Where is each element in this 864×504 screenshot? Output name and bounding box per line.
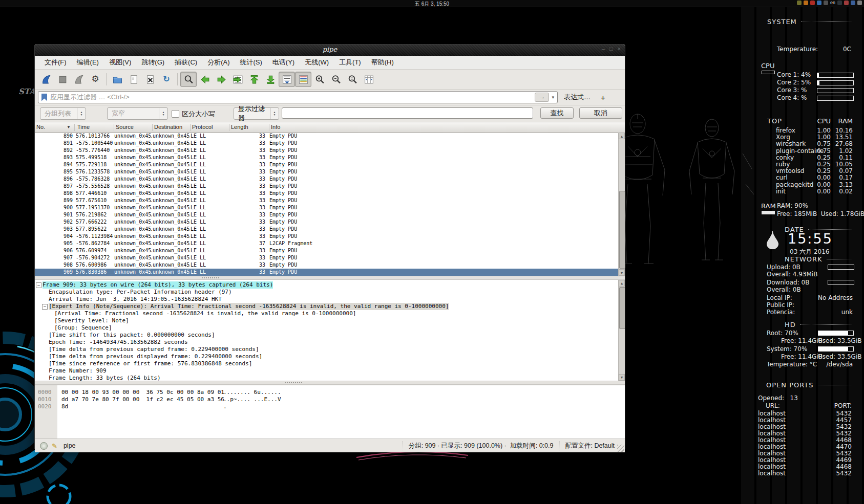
packet-row[interactable]: 895576.1233578unknown_0x45…unknown_0x45…… (35, 168, 618, 176)
filter-bookmark-icon[interactable] (41, 94, 47, 101)
apply-filter-button[interactable]: → (535, 93, 549, 102)
top-bar-clock[interactable]: 五 6月 3, 15:50 (415, 1, 449, 8)
menu-item-7[interactable]: 电话(Y) (268, 56, 299, 69)
save-file-icon[interactable] (125, 72, 142, 87)
expander-icon[interactable]: − (42, 304, 48, 310)
detail-line[interactable]: [Time shift for this packet: 0.000000000… (35, 332, 618, 339)
hex-row[interactable]: 00208d. (35, 403, 625, 410)
detail-line[interactable]: Encapsulation type: Per-Packet Informati… (35, 289, 618, 296)
detail-line[interactable]: [Arrival Time: Fractional second -163562… (35, 310, 618, 317)
error-icon[interactable] (810, 1, 815, 5)
scroll-down-icon[interactable]: ▼ (619, 374, 625, 381)
zoom-100-icon[interactable] (344, 72, 361, 87)
packet-row[interactable]: 891-575.1005440unknown_0x45…unknown_0x45… (35, 140, 618, 147)
packet-bytes-pane[interactable]: 000000 00 18 00 93 00 00 00 36 75 0c 00 … (35, 385, 625, 439)
find-packet-icon[interactable] (180, 72, 197, 87)
session-icon[interactable] (857, 1, 862, 5)
auto-scroll-icon[interactable] (279, 72, 295, 87)
packet-row[interactable]: 902577.666222unknown_0x45…unknown_0x45…L… (35, 218, 618, 226)
updates-icon[interactable] (797, 1, 802, 5)
find-input[interactable] (282, 107, 533, 119)
status-profile[interactable]: 配置文件: Default (565, 442, 615, 450)
stop-capture-icon[interactable] (54, 72, 71, 87)
shield-icon[interactable] (837, 1, 842, 5)
menu-item-8[interactable]: 无线(W) (300, 56, 333, 69)
packet-row[interactable]: 901576.219862unknown_0x45…unknown_0x45…L… (35, 211, 618, 218)
detail-line[interactable]: −Frame 909: 33 bytes on wire (264 bits),… (35, 281, 618, 289)
find-scope-select[interactable]: 分组列表 (40, 107, 86, 120)
detail-line[interactable]: [Group: Sequence] (35, 324, 618, 332)
find-type-select[interactable]: 显示过滤器 (234, 107, 279, 120)
packet-row[interactable]: 897-575.556528unknown_0x45…unknown_0x45…… (35, 183, 618, 190)
expression-button[interactable]: 表达式… (564, 93, 591, 102)
scrollbar-thumb[interactable] (619, 287, 625, 329)
scroll-up-icon[interactable]: ▲ (619, 280, 625, 287)
packet-row[interactable]: 890576.1013766unknown_0x45…unknown_0x45…… (35, 133, 618, 140)
packet-row[interactable]: 903577.895622unknown_0x45…unknown_0x45…L… (35, 226, 618, 233)
message-icon[interactable] (844, 1, 849, 5)
resize-columns-icon[interactable] (361, 72, 377, 87)
scroll-down-icon[interactable]: ▼ (619, 269, 625, 276)
packet-list-scrollbar[interactable]: ▲ ▼ (618, 133, 625, 276)
menu-item-10[interactable]: 帮助(H) (367, 56, 398, 69)
detail-line[interactable]: Arrival Time: Jun 3, 2016 14:19:05.-1635… (35, 296, 618, 303)
column-time[interactable]: Time (76, 124, 114, 131)
minimize-button[interactable]: – (602, 46, 605, 52)
resize-grip[interactable] (617, 445, 624, 452)
scrollbar-thumb[interactable] (619, 191, 625, 269)
network-icon[interactable] (817, 1, 821, 5)
packet-list-header[interactable]: No. ▼ Time Source Destination Protocol L… (35, 122, 625, 133)
capture-comment-icon[interactable]: ✎ (52, 442, 57, 450)
zoom-in-icon[interactable] (311, 72, 328, 87)
column-protocol[interactable]: Protocol (191, 124, 229, 131)
menu-item-6[interactable]: 统计(S) (235, 56, 266, 69)
scroll-up-icon[interactable]: ▲ (619, 133, 625, 139)
go-back-icon[interactable] (197, 72, 213, 87)
add-filter-button[interactable]: + (598, 93, 608, 102)
capture-options-icon[interactable]: ⚙ (87, 72, 103, 87)
go-to-packet-icon[interactable] (229, 72, 246, 87)
go-last-icon[interactable] (262, 72, 279, 87)
drive-icon[interactable] (851, 1, 855, 5)
close-button[interactable]: × (618, 46, 621, 52)
close-file-icon[interactable] (142, 72, 158, 87)
start-capture-icon[interactable] (38, 72, 54, 87)
detail-line[interactable]: −[Expert Info (Note/Sequence): Arrival T… (35, 303, 618, 310)
menu-item-3[interactable]: 跳转(G) (137, 56, 169, 69)
colorize-icon[interactable] (295, 72, 311, 87)
menu-item-2[interactable]: 视图(V) (104, 56, 136, 69)
menu-item-5[interactable]: 分析(A) (203, 56, 234, 69)
hex-row[interactable]: 000000 00 18 00 93 00 00 00 36 75 0c 00 … (35, 389, 625, 396)
packet-row[interactable]: 904-576.1123984unknown_0x45…unknown_0x45… (35, 233, 618, 240)
expert-info-icon[interactable] (40, 442, 48, 450)
packet-row[interactable]: 906576.609974unknown_0x45…unknown_0x45…L… (35, 247, 618, 254)
go-first-icon[interactable] (246, 72, 262, 87)
reload-file-icon[interactable]: ↻ (158, 72, 175, 87)
detail-line[interactable]: Epoch Time: -1464934745.163562882 second… (35, 339, 618, 346)
restart-capture-icon[interactable] (71, 72, 87, 87)
column-length[interactable]: Length (229, 124, 269, 131)
window-titlebar[interactable]: pipe – □ × (35, 45, 625, 56)
keyboard-layout-indicator[interactable]: en (830, 1, 835, 5)
menu-item-0[interactable]: 文件(F) (40, 56, 71, 69)
display-filter-input[interactable]: 应用显示过滤器 … <Ctrl-/> → ▾ (38, 91, 558, 103)
volume-icon[interactable] (824, 1, 828, 5)
detail-line[interactable]: [Time since reference or first frame: 57… (35, 360, 618, 367)
install-icon[interactable] (804, 1, 808, 5)
hex-row[interactable]: 0010dd a7 70 7e 80 7f 00 00 1f c2 ec 45 … (35, 396, 625, 403)
filter-dropdown-caret[interactable]: ▾ (552, 95, 554, 100)
go-forward-icon[interactable] (213, 72, 229, 87)
case-sensitive-checkbox[interactable] (172, 110, 179, 118)
detail-line[interactable]: [Severity level: Note] (35, 317, 618, 324)
packet-row[interactable]: 905-576.862784unknown_0x45…unknown_0x45…… (35, 240, 618, 247)
detail-line[interactable]: Frame Length: 33 bytes (264 bits) (35, 375, 618, 381)
packet-row[interactable]: 898577.446610unknown_0x45…unknown_0x45…L… (35, 190, 618, 197)
detail-line[interactable]: [Time delta from previous captured frame… (35, 346, 618, 353)
column-info[interactable]: Info (269, 124, 618, 131)
menu-item-9[interactable]: 工具(T) (334, 56, 366, 69)
menu-item-1[interactable]: 编辑(E) (72, 56, 103, 69)
packet-row[interactable]: 892-575.776440unknown_0x45…unknown_0x45…… (35, 147, 618, 154)
packet-row[interactable]: 899577.675610unknown_0x45…unknown_0x45…L… (35, 197, 618, 204)
pane-splitter[interactable] (35, 381, 625, 385)
menu-item-4[interactable]: 捕获(C) (170, 56, 202, 69)
